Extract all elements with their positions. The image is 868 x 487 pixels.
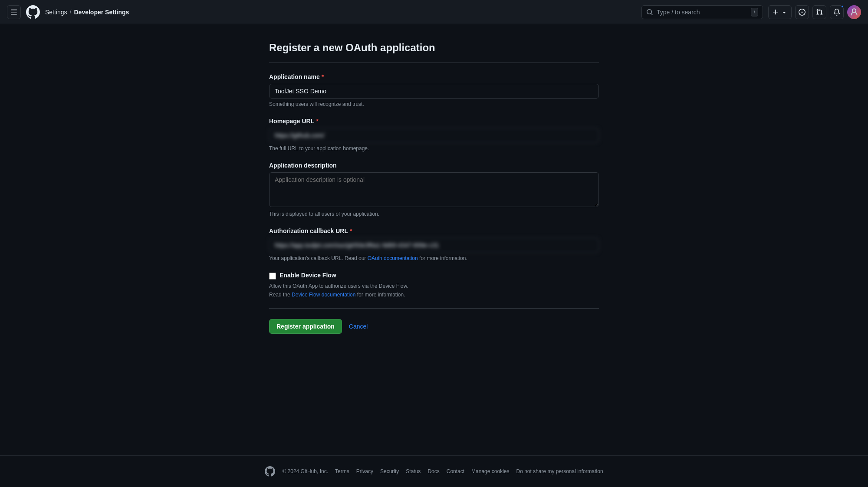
footer-link-status[interactable]: Status (406, 468, 421, 474)
issues-button[interactable] (795, 5, 809, 19)
git-pull-request-icon (816, 9, 823, 16)
plus-icon (772, 9, 779, 16)
oauth-docs-link[interactable]: OAuth documentation (368, 255, 418, 261)
footer: © 2024 GitHub, Inc. Terms Privacy Securi… (0, 455, 868, 487)
header-right (768, 5, 861, 19)
footer-link-terms[interactable]: Terms (335, 468, 349, 474)
description-group: Application description This is displaye… (269, 162, 599, 217)
homepage-url-label: Homepage URL * (269, 118, 599, 125)
footer-link-privacy[interactable]: Privacy (356, 468, 373, 474)
callback-url-required: * (350, 227, 352, 234)
callback-url-input[interactable] (269, 238, 599, 253)
issue-circle-icon (799, 9, 806, 16)
pull-requests-button[interactable] (812, 5, 826, 19)
homepage-url-group: Homepage URL * The full URL to your appl… (269, 118, 599, 151)
footer-copyright: © 2024 GitHub, Inc. (282, 468, 328, 474)
breadcrumb-separator: / (70, 9, 72, 16)
oauth-registration-form: Application name * Something users will … (269, 73, 599, 334)
description-textarea[interactable] (269, 172, 599, 207)
device-flow-checkbox-row: Enable Device Flow (269, 272, 599, 280)
app-name-label: Application name * (269, 73, 599, 80)
developer-settings-link[interactable]: Developer Settings (74, 9, 129, 16)
search-icon (646, 9, 653, 16)
device-flow-help-1: Allow this OAuth App to authorize users … (269, 283, 599, 289)
cancel-button[interactable]: Cancel (347, 319, 370, 333)
settings-link[interactable]: Settings (45, 9, 67, 16)
device-flow-label[interactable]: Enable Device Flow (279, 272, 336, 279)
app-name-input[interactable] (269, 84, 599, 99)
device-flow-checkbox[interactable] (269, 273, 276, 280)
app-name-help: Something users will recognize and trust… (269, 101, 599, 107)
footer-link-docs[interactable]: Docs (427, 468, 439, 474)
homepage-url-input[interactable] (269, 128, 599, 143)
footer-github-logo (265, 466, 275, 477)
notification-indicator (841, 5, 844, 8)
search-shortcut-badge: / (751, 8, 758, 16)
device-flow-help-2: Read the Device Flow documentation for m… (269, 292, 599, 298)
footer-link-security[interactable]: Security (380, 468, 399, 474)
description-help: This is displayed to all users of your a… (269, 211, 599, 217)
footer-link-contact[interactable]: Contact (447, 468, 464, 474)
main-header: Settings / Developer Settings Type / to … (0, 0, 868, 24)
new-button[interactable] (768, 5, 792, 19)
search-bar[interactable]: Type / to search / (641, 5, 763, 19)
search-placeholder-text: Type / to search (657, 9, 747, 16)
notifications-button[interactable] (830, 5, 844, 19)
register-application-button[interactable]: Register application (269, 319, 342, 334)
hamburger-button[interactable] (7, 5, 21, 19)
page-title: Register a new OAuth application (269, 42, 599, 54)
device-flow-group: Enable Device Flow Allow this OAuth App … (269, 272, 599, 298)
header-left: Settings / Developer Settings (7, 5, 636, 19)
homepage-url-help: The full URL to your application homepag… (269, 145, 599, 151)
footer-link-manage-cookies[interactable]: Manage cookies (471, 468, 509, 474)
action-buttons: Register application Cancel (269, 319, 599, 334)
main-content: Register a new OAuth application Applica… (260, 24, 608, 455)
form-bottom-divider (269, 308, 599, 309)
footer-link-do-not-share[interactable]: Do not share my personal information (516, 468, 603, 474)
homepage-url-required: * (316, 118, 318, 125)
search-shortcut-text: / (754, 9, 755, 15)
breadcrumb: Settings / Developer Settings (45, 9, 129, 16)
top-divider (269, 63, 599, 63)
callback-url-group: Authorization callback URL * Your applic… (269, 227, 599, 261)
github-logo (26, 5, 40, 19)
app-name-required: * (322, 73, 324, 80)
callback-url-help: Your application's callback URL. Read ou… (269, 255, 599, 261)
bell-icon (833, 9, 840, 16)
description-label: Application description (269, 162, 599, 169)
callback-url-label: Authorization callback URL * (269, 227, 599, 234)
chevron-down-icon (781, 9, 788, 16)
app-name-group: Application name * Something users will … (269, 73, 599, 107)
device-flow-docs-link[interactable]: Device Flow documentation (292, 292, 355, 298)
avatar[interactable] (847, 5, 861, 19)
